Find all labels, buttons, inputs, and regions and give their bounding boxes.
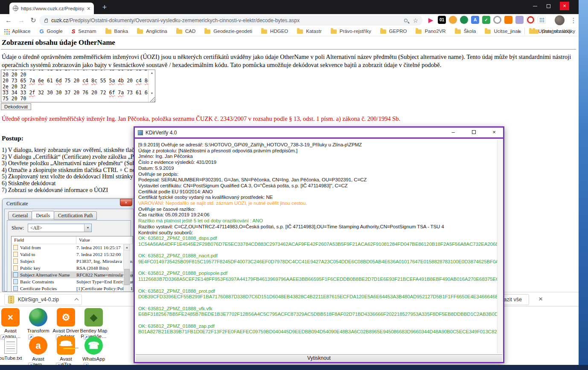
desktop-icon[interactable]: × ↗ AvastCleanu… xyxy=(0,308,24,339)
bookmark-item[interactable]: Anglictina xyxy=(137,29,167,34)
extension-icon[interactable] xyxy=(515,16,524,24)
bookmark-item[interactable]: Aplikace xyxy=(4,29,30,34)
other-bookmarks[interactable]: Ostatní záložky xyxy=(533,29,575,34)
bookmark-label: Google xyxy=(47,29,63,34)
certificate-tab[interactable]: Details xyxy=(32,211,54,219)
scroll-up-arrow-icon[interactable]: ▲ xyxy=(148,70,155,76)
desktop-icon[interactable]: ↗ Transform xyxy=(24,308,52,339)
bookmark-item[interactable]: Škola xyxy=(455,29,476,34)
bookmark-folder-icon xyxy=(72,28,76,35)
kdirverify-titlebar[interactable]: KDirVerify 4.0 – × xyxy=(135,128,503,139)
extension-icon[interactable] xyxy=(449,16,457,24)
desktop-icon[interactable]: ⚙ ↗ Avast DriverUpdater xyxy=(52,308,80,339)
table-row[interactable]: Basic Constraints Subject Type=End Entit… xyxy=(12,278,133,285)
hex-input-textarea[interactable]: c4 8d 6f 6e 6b 61 2c 20 70 6f 6c 6f c5 b… xyxy=(1,70,155,102)
bookmark-star-icon[interactable]: ☆ xyxy=(413,17,418,23)
extension-icon[interactable] xyxy=(527,16,535,24)
maximize-button[interactable] xyxy=(465,127,483,138)
table-row[interactable]: Certificate Policies [1]Certificate Poli… xyxy=(12,285,133,292)
extension-icon[interactable]: 01 xyxy=(438,16,446,24)
new-tab-button[interactable]: + xyxy=(99,2,110,13)
chevron-up-icon[interactable] xyxy=(75,298,79,303)
desktop-icon[interactable]: ☎ ↗ WhatsApp xyxy=(80,336,108,367)
bookmark-item[interactable]: Pano2VR xyxy=(416,29,445,34)
certificate-tab[interactable]: Certification Path xyxy=(54,211,97,220)
field-type-icon xyxy=(13,245,18,250)
bookmark-item[interactable]: Právo-rejstříky xyxy=(331,29,371,34)
desktop-icon[interactable]: ↗ ouTube.txt xyxy=(0,336,24,367)
app-icon[interactable]: ⚙ xyxy=(57,308,75,326)
download-item[interactable]: KDirSign_v4-0.zip xyxy=(4,294,82,305)
scrollbar-thumb[interactable] xyxy=(124,269,130,285)
print-button[interactable]: Vytisknout xyxy=(136,354,502,361)
app-icon[interactable]: ◆ xyxy=(84,308,103,326)
scroll-up-arrow-icon[interactable]: ▲ xyxy=(124,244,130,251)
desktop-icon[interactable]: ◆ ↗ Bentley MapPowerVie… xyxy=(80,308,108,339)
field-column-header[interactable]: Field xyxy=(12,236,76,244)
app-icon[interactable] xyxy=(4,338,17,354)
bookmark-item[interactable]: Banka xyxy=(105,29,128,34)
window-minimize-button[interactable] xyxy=(533,6,537,6)
textarea-resize-grip-icon[interactable] xyxy=(150,97,155,102)
extension-icon[interactable] xyxy=(493,16,501,24)
minimize-button[interactable]: – xyxy=(444,127,462,138)
reload-icon[interactable]: ↻ xyxy=(28,15,38,26)
desktop-icon[interactable]: ↗ AvastAntiTra… xyxy=(52,336,80,367)
desktop-icon[interactable]: a ↗ AvastIntern… xyxy=(24,336,52,367)
app-icon[interactable] xyxy=(29,308,47,326)
bookmarks-overflow-chevron[interactable]: » xyxy=(518,28,521,35)
close-button[interactable]: × xyxy=(485,127,503,138)
field-name: Valid from xyxy=(20,245,76,250)
table-row[interactable]: Subject Alternative Name RFC822 Name=mir… xyxy=(12,271,133,278)
bookmark-item[interactable]: Katastr xyxy=(297,29,321,34)
tab-close-icon[interactable]: × xyxy=(87,6,90,12)
certificate-close-button[interactable]: × xyxy=(120,199,132,206)
app-icon[interactable]: a xyxy=(29,336,47,355)
menu-kebab-icon[interactable]: ⋮ xyxy=(569,16,578,25)
window-maximize-button[interactable] xyxy=(547,4,550,8)
window-close-button[interactable]: × xyxy=(560,2,569,10)
bookmark-item[interactable]: Seznam xyxy=(72,28,96,35)
bookmark-item[interactable]: GEPRO xyxy=(380,29,407,34)
dropdown-arrow-icon[interactable]: ▼ xyxy=(84,224,91,232)
log-line: 9E4FC0149735425B09F815C19577F8245DF40073… xyxy=(138,259,495,265)
site-favicon-globe-icon xyxy=(13,6,18,11)
browser-tab[interactable]: https://www.cuzk.cz/Predpisy/O × xyxy=(9,3,94,14)
list-scrollbar[interactable]: ▲ ▼ xyxy=(123,244,130,292)
table-row[interactable]: Public key RSA (2048 Bits) xyxy=(12,265,133,271)
bookmark-item[interactable]: Google xyxy=(39,28,62,35)
table-row[interactable]: Valid to 7. ledna 2012 15:32:00 xyxy=(12,251,133,258)
extension-icon[interactable]: A xyxy=(471,16,479,24)
app-icon[interactable]: × xyxy=(1,308,20,326)
bookmark-item[interactable]: Ucitse_jinak xyxy=(485,29,520,34)
bookmark-label: Geodezie-geodeti xyxy=(213,29,252,34)
certificate-tab[interactable]: General xyxy=(8,211,32,220)
field-type-icon xyxy=(13,286,18,291)
back-icon[interactable]: ← xyxy=(3,15,14,26)
app-icon[interactable]: ☎ xyxy=(84,336,103,355)
certificate-field-list: Field Value Valid from 7. ledna 2011 16:… xyxy=(11,236,133,292)
screen: https://www.cuzk.cz/Predpisy/O × + × ← →… xyxy=(0,0,588,370)
extension-icon[interactable] xyxy=(538,16,546,24)
profile-avatar[interactable] xyxy=(555,15,565,25)
extension-icon[interactable]: ✓ xyxy=(482,16,490,24)
show-dropdown[interactable]: <All>▼ xyxy=(28,224,92,232)
table-row[interactable]: Subject P13837, Ing. Miroslava Hanuš… xyxy=(12,258,133,265)
scroll-down-arrow-icon[interactable]: ▼ xyxy=(148,91,155,96)
shelf-close-icon[interactable]: × xyxy=(539,295,543,303)
search-icon[interactable] xyxy=(404,19,408,22)
bookmark-item[interactable]: HDGEO xyxy=(261,29,288,34)
kdirverify-window: KDirVerify 4.0 – × [9.9.2019] Ověřuje se… xyxy=(134,126,504,363)
table-row[interactable]: Valid from 7. ledna 2011 16:25:17 xyxy=(12,244,133,251)
decode-button[interactable]: Dekodovat xyxy=(1,103,31,110)
extension-icon[interactable] xyxy=(460,16,468,24)
forward-icon[interactable]: → xyxy=(16,15,26,26)
app-icon[interactable] xyxy=(57,336,75,355)
bookmark-label: CAD xyxy=(185,29,195,34)
bookmark-item[interactable]: Geodezie-geodeti xyxy=(204,29,252,34)
extension-icon[interactable]: ▶ xyxy=(427,16,435,24)
extension-icon[interactable] xyxy=(504,16,512,24)
value-column-header[interactable]: Value xyxy=(76,236,133,244)
bookmark-item[interactable]: CAD xyxy=(176,29,195,34)
address-bar[interactable]: cuzk.cz/Predpisy/Ostatni-dokumenty/Overo… xyxy=(39,15,422,26)
